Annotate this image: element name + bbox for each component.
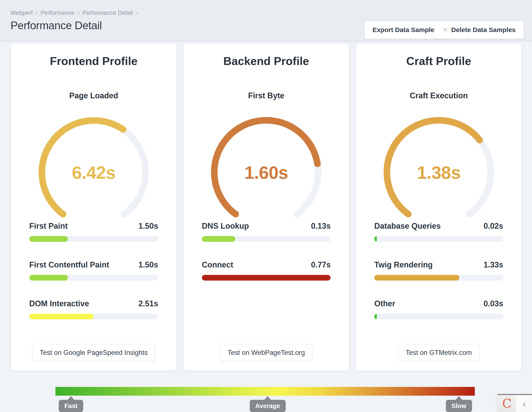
metric-label: First Paint <box>29 221 68 231</box>
breadcrumb-webperf[interactable]: Webperf <box>10 9 33 16</box>
test-gtmetrix-button[interactable]: Test on GTMetrix.com <box>398 344 479 361</box>
metric-row: Twig Rendering 1.33s <box>374 260 503 281</box>
test-pagespeed-button[interactable]: Test on Google PageSpeed Insights <box>32 344 155 361</box>
metric-value: 0.13s <box>311 221 331 231</box>
scale-marker-average: Average <box>250 396 286 412</box>
gauge-label: Craft Execution <box>356 91 522 100</box>
breadcrumb-performance[interactable]: Performance <box>41 9 74 16</box>
speed-scale-markers: Fast Average Slow <box>56 396 475 412</box>
marker-label: Fast <box>59 400 83 412</box>
metric-row: First Paint 1.50s <box>29 221 158 242</box>
gauge-label: Page Loaded <box>11 91 177 100</box>
breadcrumb-separator-icon: › <box>77 9 79 16</box>
metric-bar-track <box>29 236 158 242</box>
card-title: Backend Profile <box>183 55 349 68</box>
metric-value: 2.51s <box>139 299 158 309</box>
speed-scale-bar <box>56 387 475 396</box>
delete-data-samples-button[interactable]: ✕ Delete Data Samples <box>435 21 524 39</box>
metric-label: DNS Lookup <box>202 221 249 231</box>
craft-support-widget: C ‹ <box>498 394 532 412</box>
card-title: Frontend Profile <box>11 55 177 68</box>
breadcrumb: Webperf › Performance › Performance Deta… <box>10 9 138 16</box>
metric-bar-track <box>29 275 158 281</box>
marker-arrow-icon <box>265 396 271 400</box>
breadcrumb-performance-detail[interactable]: Performance Detail <box>82 9 133 16</box>
metric-label: Twig Rendering <box>374 260 433 270</box>
profile-cards: Frontend Profile Page Loaded 6.42s First… <box>10 43 522 371</box>
metric-row: DNS Lookup 0.13s <box>202 221 331 242</box>
metric-row: First Contentful Paint 1.50s <box>29 260 158 281</box>
metric-bar-track <box>374 314 503 319</box>
metric-bar-track <box>202 275 331 281</box>
metric-bar-track <box>202 236 331 242</box>
metric-bar-fill <box>29 275 68 281</box>
craft-c-logo-icon: C <box>502 395 512 412</box>
backend-profile-card: Backend Profile First Byte 1.60s DNS Loo… <box>183 43 350 371</box>
metric-bar-track <box>374 236 503 242</box>
gauge-label: First Byte <box>183 91 349 100</box>
metric-label: Connect <box>202 260 233 270</box>
metric-label: Database Queries <box>374 221 441 231</box>
metric-label: Other <box>374 299 395 309</box>
card-title: Craft Profile <box>356 55 522 68</box>
metric-row: Connect 0.77s <box>202 260 331 281</box>
breadcrumb-separator-icon: › <box>136 9 138 16</box>
export-data-samples-button[interactable]: Export Data Samples <box>364 21 446 39</box>
marker-label: Average <box>250 400 286 412</box>
metric-value: 0.77s <box>311 260 331 270</box>
page-header: Webperf › Performance › Performance Deta… <box>0 0 532 41</box>
metric-value: 1.33s <box>484 260 503 270</box>
craft-profile-card: Craft Profile Craft Execution 1.38s Data… <box>355 43 522 371</box>
gauge-value: 6.42s <box>11 162 177 183</box>
metric-bar-track <box>374 275 503 281</box>
gauge-value: 1.60s <box>183 162 349 183</box>
test-webpagetest-button[interactable]: Test on WebPageTest.org <box>220 344 312 361</box>
metric-list: DNS Lookup 0.13s Connect 0.77s <box>202 221 331 299</box>
marker-label: Slow <box>446 400 472 412</box>
frontend-profile-card: Frontend Profile Page Loaded 6.42s First… <box>10 43 177 371</box>
marker-arrow-icon <box>68 396 74 400</box>
breadcrumb-separator-icon: › <box>36 9 38 16</box>
metric-row: Other 0.03s <box>374 299 503 319</box>
export-button-label: Export Data Samples <box>372 26 438 34</box>
metric-row: DOM Interactive 2.51s <box>29 299 158 319</box>
metric-value: 0.02s <box>484 221 503 231</box>
metric-value: 1.50s <box>139 260 158 270</box>
metric-label: DOM Interactive <box>29 299 89 309</box>
metric-bar-fill <box>202 275 331 281</box>
metric-bar-fill <box>202 236 236 242</box>
marker-arrow-icon <box>456 396 462 400</box>
metric-list: First Paint 1.50s First Contentful Paint… <box>29 221 158 338</box>
metric-value: 0.03s <box>484 299 503 309</box>
metric-bar-fill <box>374 236 377 242</box>
metric-bar-fill <box>374 314 377 319</box>
craft-logo-button[interactable]: C <box>498 395 517 412</box>
metric-bar-fill <box>374 275 459 281</box>
page-title: Performance Detail <box>10 19 102 32</box>
gauge-value: 1.38s <box>356 162 522 183</box>
metric-bar-track <box>29 314 158 319</box>
widget-collapse-button[interactable]: ‹ <box>517 395 532 412</box>
delete-button-label: Delete Data Samples <box>451 26 516 34</box>
metric-row: Database Queries 0.02s <box>374 221 503 242</box>
metric-bar-fill <box>29 314 94 319</box>
chevron-left-icon: ‹ <box>522 398 526 409</box>
scale-marker-fast: Fast <box>59 396 83 412</box>
delete-x-icon: ✕ <box>443 26 448 33</box>
metric-list: Database Queries 0.02s Twig Rendering 1.… <box>374 221 503 338</box>
metric-value: 1.50s <box>139 221 158 231</box>
scale-marker-slow: Slow <box>446 396 472 412</box>
metric-label: First Contentful Paint <box>29 260 109 270</box>
metric-bar-fill <box>29 236 68 242</box>
